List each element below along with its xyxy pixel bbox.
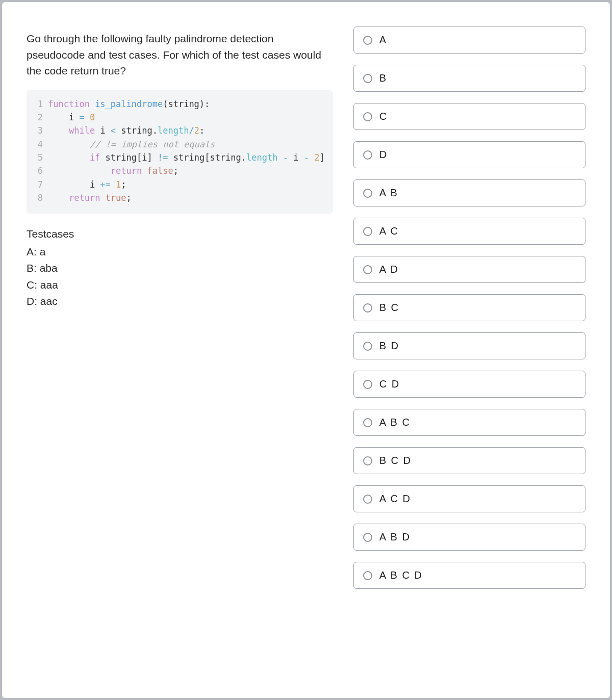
answer-option[interactable]: A C D [353, 485, 585, 512]
answer-option[interactable]: C D [353, 371, 585, 398]
option-label: A B D [379, 531, 411, 543]
testcases-title: Testcases [27, 226, 333, 243]
testcase-label: A: [27, 246, 37, 257]
code-line: 3 while i < string.length/2: [32, 124, 325, 137]
quiz-page: Go through the following faulty palindro… [2, 2, 610, 698]
code-content: return true; [48, 191, 132, 204]
radio-icon [363, 303, 372, 313]
code-line: 6 return false; [32, 164, 325, 177]
answer-option[interactable]: B D [353, 332, 585, 359]
code-token: true [106, 193, 126, 203]
code-token: string [121, 125, 152, 136]
line-number: 6 [32, 164, 43, 177]
option-label: B D [379, 340, 399, 352]
code-token: i [100, 125, 110, 136]
testcase-label: B: [27, 262, 37, 274]
answer-option[interactable]: C [353, 103, 585, 130]
code-token: = [79, 112, 89, 122]
code-token: is_palindrome [95, 99, 163, 109]
answer-option[interactable]: B C [353, 294, 585, 321]
code-token: ( [163, 99, 168, 109]
options-column: ABCDA BA CA DB CB DC DA B CB C DA C DA B… [353, 27, 585, 678]
testcase-value: aba [37, 262, 58, 274]
code-token [48, 139, 90, 149]
testcase-line: D: aac [27, 293, 333, 310]
radio-icon [363, 418, 372, 427]
code-token: ; [173, 166, 178, 176]
code-line: 8 return true; [32, 191, 325, 204]
answer-option[interactable]: A D [353, 256, 585, 283]
radio-icon [363, 380, 372, 389]
option-label: A [379, 34, 387, 46]
code-token: i [48, 179, 100, 190]
answer-option[interactable]: A B D [353, 524, 585, 551]
line-number: 1 [32, 97, 43, 111]
answer-option[interactable]: A B C [353, 409, 585, 436]
option-label: A D [379, 264, 399, 275]
code-content: function is_palindrome(string): [48, 97, 210, 111]
radio-icon [363, 112, 372, 121]
radio-icon [363, 36, 372, 45]
code-token: return [111, 166, 147, 176]
code-line: 2 i = 0 [32, 111, 325, 124]
code-content: while i < string.length/2: [48, 124, 205, 137]
option-label: A B [379, 187, 398, 199]
answer-option[interactable]: B [353, 65, 585, 92]
answer-option[interactable]: D [353, 141, 585, 168]
radio-icon [363, 342, 372, 351]
code-token [48, 193, 69, 203]
option-label: A B C [379, 417, 411, 428]
code-block: 1function is_palindrome(string):2 i = 03… [27, 90, 333, 214]
code-token: [ [137, 152, 142, 163]
answer-option[interactable]: A C [353, 218, 585, 245]
code-token: return [69, 193, 106, 203]
code-token: 1 [116, 179, 121, 190]
option-label: A C D [379, 493, 411, 505]
answer-option[interactable]: A B C D [353, 562, 585, 589]
option-label: A C [379, 225, 399, 237]
code-content: i = 0 [48, 111, 95, 124]
code-token: ; [126, 193, 132, 203]
code-line: 5 if string[i] != string[string.length -… [32, 151, 325, 164]
answer-option[interactable]: B C D [353, 447, 585, 474]
code-line: 1function is_palindrome(string): [32, 97, 325, 111]
code-token: string [210, 152, 241, 163]
radio-icon [363, 150, 372, 160]
code-token: i [142, 152, 147, 163]
testcase-value: a [37, 246, 46, 257]
answer-option[interactable]: A [353, 27, 585, 54]
code-token: ): [199, 99, 210, 109]
radio-icon [363, 265, 372, 274]
code-token: < [111, 125, 121, 136]
radio-icon [363, 74, 372, 83]
code-content: // != implies not equals [48, 138, 215, 151]
option-label: D [379, 149, 388, 161]
answer-option[interactable]: A B [353, 179, 585, 206]
code-token: while [69, 125, 100, 136]
code-token: 2 [194, 125, 199, 136]
line-number: 3 [32, 124, 43, 137]
code-token: // != implies not equals [90, 139, 215, 149]
line-number: 7 [32, 178, 43, 191]
code-token [48, 152, 90, 163]
option-label: A B C D [379, 569, 423, 581]
code-token: [ [205, 152, 210, 163]
code-token: string [106, 152, 137, 163]
question-column: Go through the following faulty palindro… [27, 27, 333, 678]
radio-icon [363, 456, 372, 465]
radio-icon [363, 533, 372, 542]
radio-icon [363, 227, 372, 236]
option-label: B C [379, 302, 399, 314]
code-token: length [246, 152, 277, 163]
code-token [48, 166, 111, 176]
option-label: B [379, 72, 387, 84]
code-token: false [147, 166, 173, 176]
code-line: 7 i += 1; [32, 178, 325, 191]
code-token: / [189, 125, 194, 136]
testcase-line: A: a [27, 244, 333, 261]
code-token: . [241, 152, 246, 163]
code-token: += [100, 179, 116, 190]
code-token: ] [319, 152, 324, 163]
code-token: : [199, 125, 205, 136]
code-token: != [158, 152, 173, 163]
